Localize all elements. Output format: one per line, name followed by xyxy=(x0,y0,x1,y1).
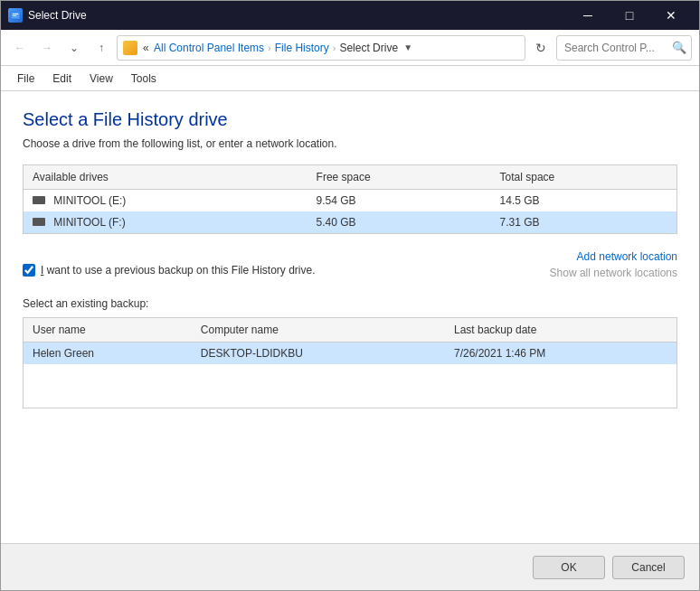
network-links: Add network location Show all network lo… xyxy=(550,249,677,281)
window-icon xyxy=(8,8,23,23)
window: Select Drive ─ □ ✕ ← → ⌄ ↑ « All Control… xyxy=(0,0,700,591)
window-title: Select Drive xyxy=(28,9,567,22)
breadcrumb-bar: « All Control Panel Items › File History… xyxy=(117,35,525,61)
col-header-total: Total space xyxy=(491,165,677,190)
drive-name-cell: MINITOOL (E:) xyxy=(24,190,307,212)
back-button[interactable]: ← xyxy=(8,36,32,60)
menu-file[interactable]: File xyxy=(8,69,43,89)
up-button[interactable]: ↑ xyxy=(90,36,113,60)
page-title: Select a File History drive xyxy=(23,109,677,130)
maximize-button[interactable]: □ xyxy=(609,1,650,30)
page-subtitle: Choose a drive from the following list, … xyxy=(23,137,677,150)
backup-table-row[interactable]: Helen Green DESKTOP-LDIDKBU 7/26/2021 1:… xyxy=(24,342,677,365)
backup-date-cell: 7/26/2021 1:46 PM xyxy=(445,342,677,365)
backup-section-label: Select an existing backup: xyxy=(23,297,677,310)
title-bar: Select Drive ─ □ ✕ xyxy=(1,1,699,30)
menu-edit[interactable]: Edit xyxy=(43,69,80,89)
drive-free-cell: 9.54 GB xyxy=(307,190,491,212)
breadcrumb-current: Select Drive xyxy=(339,42,398,54)
checkbox-row: I want to use a previous backup on this … xyxy=(23,264,315,277)
breadcrumb-separator-1: « xyxy=(143,42,152,54)
menu-bar: File Edit View Tools xyxy=(1,66,699,91)
close-button[interactable]: ✕ xyxy=(650,1,692,30)
recent-button[interactable]: ⌄ xyxy=(62,36,86,60)
drives-table: Available drives Free space Total space … xyxy=(23,164,677,234)
ok-button[interactable]: OK xyxy=(533,556,605,579)
backup-empty-row xyxy=(24,386,677,408)
backup-empty-row xyxy=(24,364,677,386)
forward-button[interactable]: → xyxy=(35,36,59,60)
backup-table: User name Computer name Last backup date… xyxy=(23,317,677,408)
drive-table-row[interactable]: MINITOOL (E:) 9.54 GB 14.5 GB xyxy=(24,190,677,212)
col-header-drive: Available drives xyxy=(24,165,307,190)
window-controls: ─ □ ✕ xyxy=(567,1,692,30)
col-header-free: Free space xyxy=(307,165,491,190)
breadcrumb-arrow-1: › xyxy=(268,42,271,53)
drive-free-cell: 5.40 GB xyxy=(307,211,491,234)
breadcrumb-dropdown-icon[interactable]: ▼ xyxy=(403,42,412,52)
add-network-location-button[interactable]: Add network location xyxy=(577,249,677,265)
cancel-button[interactable]: Cancel xyxy=(612,556,685,579)
menu-view[interactable]: View xyxy=(80,69,122,89)
svg-rect-2 xyxy=(13,15,16,16)
col-header-computer: Computer name xyxy=(192,318,445,342)
col-header-date: Last backup date xyxy=(445,318,677,342)
search-input[interactable] xyxy=(556,35,692,61)
checkbox-label[interactable]: I want to use a previous backup on this … xyxy=(41,264,315,277)
show-all-network-locations-button[interactable]: Show all network locations xyxy=(550,265,677,281)
menu-tools[interactable]: Tools xyxy=(122,69,166,89)
footer: OK Cancel xyxy=(1,543,699,590)
search-box-wrapper: 🔍 xyxy=(556,35,692,61)
main-content: Select a File History drive Choose a dri… xyxy=(1,91,699,543)
previous-backup-checkbox[interactable] xyxy=(23,264,35,277)
drive-total-cell: 14.5 GB xyxy=(491,190,677,212)
checkbox-network-row: I want to use a previous backup on this … xyxy=(23,249,677,296)
minimize-button[interactable]: ─ xyxy=(567,1,609,30)
backup-user-cell: Helen Green xyxy=(24,342,192,365)
address-bar: ← → ⌄ ↑ « All Control Panel Items › File… xyxy=(1,30,699,66)
drive-table-row[interactable]: MINITOOL (F:) 5.40 GB 7.31 GB xyxy=(24,211,677,234)
folder-icon xyxy=(123,41,137,55)
col-header-username: User name xyxy=(24,318,192,342)
backup-computer-cell: DESKTOP-LDIDKBU xyxy=(192,342,445,365)
breadcrumb-control-panel[interactable]: All Control Panel Items xyxy=(154,42,264,54)
breadcrumb-arrow-2: › xyxy=(333,42,336,53)
breadcrumb-file-history[interactable]: File History xyxy=(275,42,329,54)
drive-total-cell: 7.31 GB xyxy=(491,211,677,234)
svg-rect-1 xyxy=(13,14,18,14)
refresh-button[interactable]: ↻ xyxy=(529,36,553,60)
drive-name-cell: MINITOOL (F:) xyxy=(24,211,307,234)
